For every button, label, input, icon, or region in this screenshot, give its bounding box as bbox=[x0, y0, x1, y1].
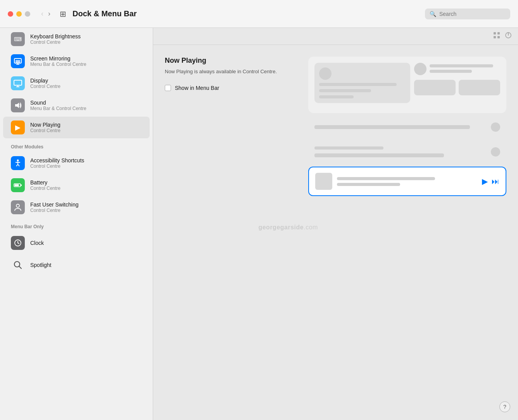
toolbar-grid-icon[interactable] bbox=[493, 32, 500, 41]
sidebar-item-accessibility-text: Accessibility Shortcuts Control Centre bbox=[30, 157, 84, 169]
sidebar-item-now-playing-text: Now Playing Control Centre bbox=[30, 122, 60, 133]
sidebar-item-battery-title: Battery bbox=[30, 179, 60, 186]
preview-lines-group-2 bbox=[314, 146, 487, 157]
svg-rect-15 bbox=[21, 184, 22, 186]
sidebar-item-now-playing-title: Now Playing bbox=[30, 122, 60, 128]
svg-point-16 bbox=[16, 204, 19, 207]
preview-line-6 bbox=[314, 125, 470, 129]
accessibility-shortcuts-icon bbox=[11, 156, 25, 170]
window-controls bbox=[8, 11, 30, 17]
sidebar-item-screen-mirroring-subtitle: Menu Bar & Control Centre bbox=[30, 62, 86, 67]
sidebar-item-display-text: Display Control Centre bbox=[30, 77, 60, 89]
sidebar-item-sound-subtitle: Menu Bar & Control Centre bbox=[30, 106, 86, 111]
sidebar-item-fast-user-title: Fast User Switching bbox=[30, 201, 78, 208]
preview-card-top bbox=[308, 57, 506, 113]
sidebar-item-screen-mirroring-title: Screen Mirroring bbox=[30, 55, 86, 62]
preview-widget-left bbox=[314, 63, 410, 103]
preview-lines-group-1 bbox=[314, 125, 487, 129]
sidebar-item-spotlight-text: Spotlight bbox=[30, 262, 51, 268]
np-play-icon: ▶ bbox=[482, 177, 488, 186]
sidebar-item-display[interactable]: Display Control Centre bbox=[3, 72, 150, 94]
sidebar-item-screen-mirroring-text: Screen Mirroring Menu Bar & Control Cent… bbox=[30, 55, 86, 67]
preview-small-widgets bbox=[414, 80, 501, 95]
sidebar-item-battery[interactable]: Battery Control Centre bbox=[3, 174, 150, 196]
svg-rect-1 bbox=[16, 60, 20, 63]
np-thumbnail bbox=[315, 173, 332, 190]
grid-icon: ⊞ bbox=[60, 9, 66, 19]
sidebar-item-accessibility-shortcuts[interactable]: Accessibility Shortcuts Control Centre bbox=[3, 152, 150, 174]
clock-icon bbox=[11, 236, 25, 250]
svg-rect-25 bbox=[497, 36, 500, 38]
sidebar-item-display-title: Display bbox=[30, 77, 60, 84]
svg-line-21 bbox=[19, 266, 21, 269]
now-playing-icon: ▶ bbox=[11, 120, 25, 134]
sidebar-item-fast-user-subtitle: Control Centre bbox=[30, 208, 78, 213]
back-button[interactable]: ‹ bbox=[40, 9, 45, 19]
preview-line-4 bbox=[430, 64, 493, 67]
sidebar-item-keyboard-brightness-subtitle: Control Centre bbox=[30, 40, 81, 45]
section-other-modules: Other Modules bbox=[0, 139, 153, 152]
spotlight-icon bbox=[11, 258, 25, 272]
sidebar-item-fast-user-switching[interactable]: Fast User Switching Control Centre bbox=[3, 196, 150, 218]
sidebar-item-keyboard-brightness-text: Keyboard Brightness Control Centre bbox=[30, 33, 81, 45]
fast-user-switching-icon bbox=[11, 200, 25, 214]
np-fast-forward-icon: ⏭ bbox=[492, 177, 499, 186]
title-bar: ‹ › ⊞ Dock & Menu Bar 🔍 bbox=[0, 0, 518, 28]
preview-line-5 bbox=[430, 70, 472, 73]
preview-circle-small-1 bbox=[491, 122, 500, 132]
sidebar-item-keyboard-brightness[interactable]: ⌨ Keyboard Brightness Control Centre bbox=[3, 28, 150, 50]
minimize-button[interactable] bbox=[16, 11, 22, 17]
np-lines bbox=[337, 177, 477, 186]
show-in-menu-bar-label: Show in Menu Bar bbox=[175, 85, 219, 91]
sidebar-item-clock[interactable]: Clock bbox=[3, 232, 150, 254]
sidebar-item-screen-mirroring[interactable]: Screen Mirroring Menu Bar & Control Cent… bbox=[3, 50, 150, 72]
search-bar[interactable]: 🔍 bbox=[425, 9, 510, 19]
sidebar-item-now-playing[interactable]: ▶ Now Playing Control Centre bbox=[3, 117, 150, 138]
sidebar-item-accessibility-subtitle: Control Centre bbox=[30, 164, 84, 169]
nav-arrows: ‹ › bbox=[40, 9, 52, 19]
sidebar-item-battery-text: Battery Control Centre bbox=[30, 179, 60, 191]
sidebar-item-sound-title: Sound bbox=[30, 100, 86, 106]
np-controls: ▶ ⏭ bbox=[482, 177, 499, 186]
detail-title: Now Playing bbox=[165, 57, 297, 65]
svg-line-12 bbox=[18, 164, 19, 166]
preview-line-8 bbox=[314, 153, 444, 157]
sidebar-item-now-playing-subtitle: Control Centre bbox=[30, 128, 60, 133]
sidebar-item-sound[interactable]: Sound Menu Bar & Control Centre bbox=[3, 95, 150, 116]
detail-description: Now Playing is always available in Contr… bbox=[165, 68, 297, 76]
sidebar-item-clock-title: Clock bbox=[30, 240, 44, 246]
close-button[interactable] bbox=[8, 11, 13, 17]
preview-row-item-2 bbox=[308, 141, 506, 163]
sidebar-item-keyboard-brightness-title: Keyboard Brightness bbox=[30, 33, 81, 40]
window-title: Dock & Menu Bar bbox=[73, 9, 419, 18]
preview-line-7 bbox=[314, 146, 383, 150]
sidebar-item-spotlight-title: Spotlight bbox=[30, 262, 51, 268]
display-icon bbox=[11, 76, 25, 90]
svg-rect-14 bbox=[15, 184, 19, 186]
preview-area: ▶ ⏭ bbox=[308, 57, 506, 408]
sidebar-item-battery-subtitle: Control Centre bbox=[30, 186, 60, 191]
detail-panel: Now Playing Now Playing is always availa… bbox=[153, 28, 518, 420]
svg-rect-22 bbox=[494, 32, 496, 34]
np-line-2 bbox=[337, 183, 400, 186]
maximize-button[interactable] bbox=[25, 11, 30, 17]
show-in-menu-bar-checkbox[interactable] bbox=[165, 85, 171, 91]
preview-line-2 bbox=[319, 89, 371, 92]
detail-settings: Now Playing Now Playing is always availa… bbox=[165, 57, 297, 408]
np-line-1 bbox=[337, 177, 435, 180]
preview-top-row bbox=[314, 63, 500, 103]
preview-small-widget-1 bbox=[414, 80, 456, 95]
preview-circle-1 bbox=[319, 67, 332, 80]
forward-button[interactable]: › bbox=[47, 9, 52, 19]
preview-small-widget-2 bbox=[459, 80, 500, 95]
toolbar-power-icon[interactable] bbox=[505, 32, 512, 41]
screen-mirroring-icon bbox=[11, 54, 25, 68]
preview-line-1 bbox=[319, 83, 397, 86]
now-playing-row: ▶ ⏭ bbox=[308, 167, 506, 196]
help-button[interactable]: ? bbox=[499, 401, 510, 412]
sidebar-item-spotlight[interactable]: Spotlight bbox=[3, 254, 150, 276]
svg-point-8 bbox=[17, 160, 19, 162]
checkbox-row: Show in Menu Bar bbox=[165, 85, 297, 91]
search-input[interactable] bbox=[439, 11, 506, 17]
detail-body: Now Playing Now Playing is always availa… bbox=[153, 45, 518, 420]
